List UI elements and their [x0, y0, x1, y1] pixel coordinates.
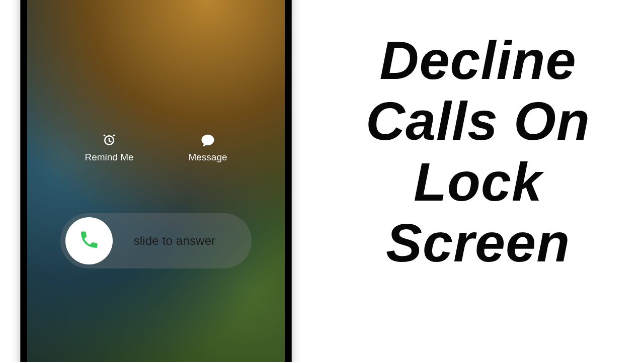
remind-me-button[interactable]: Remind Me	[85, 133, 133, 163]
phone-handset-icon	[78, 229, 100, 252]
speech-bubble-icon	[200, 133, 215, 148]
lock-screen-wallpaper: Remind Me Message slide to answer	[27, 0, 285, 362]
slide-to-answer[interactable]: slide to answer	[60, 213, 252, 268]
remind-me-label: Remind Me	[85, 152, 133, 163]
phone-frame: Remind Me Message slide to answer	[20, 0, 292, 362]
thumbnail-headline: Decline Calls On Lock Screen	[322, 30, 634, 274]
slide-to-answer-label: slide to answer	[113, 234, 247, 248]
alarm-clock-icon	[102, 133, 117, 148]
answer-knob[interactable]	[65, 217, 113, 264]
message-button[interactable]: Message	[188, 133, 227, 163]
message-label: Message	[188, 152, 227, 163]
quick-action-row: Remind Me Message	[27, 133, 285, 163]
canvas: Remind Me Message slide to answer	[0, 0, 644, 362]
